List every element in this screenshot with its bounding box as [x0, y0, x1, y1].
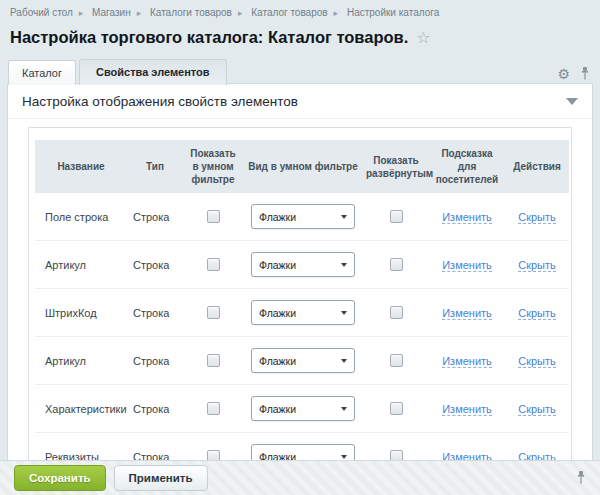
pin-icon[interactable]	[580, 67, 590, 81]
filter-view-select[interactable]: Флажки	[251, 396, 355, 421]
column-header: Вид в умном фильтре	[243, 140, 363, 193]
edit-hint-link[interactable]: Изменить	[442, 211, 492, 224]
show-expanded-checkbox[interactable]	[390, 258, 403, 271]
edit-hint-link[interactable]: Изменить	[442, 307, 492, 320]
filter-view-select[interactable]: Флажки	[251, 204, 355, 229]
property-name: Артикул	[45, 259, 86, 271]
select-arrow-icon	[341, 407, 347, 411]
smart-filter-checkbox[interactable]	[207, 354, 220, 367]
filter-view-value: Флажки	[259, 211, 296, 223]
property-type: Строка	[133, 211, 169, 223]
breadcrumb: Рабочий стол▸ Магазин▸ Каталоги товаров▸…	[0, 0, 600, 18]
show-expanded-checkbox[interactable]	[390, 402, 403, 415]
collapse-arrow-icon[interactable]	[566, 98, 578, 105]
column-header: Название	[35, 140, 127, 193]
property-type: Строка	[133, 259, 169, 271]
smart-filter-checkbox[interactable]	[207, 402, 220, 415]
hide-link[interactable]: Скрыть	[518, 355, 556, 368]
edit-hint-link[interactable]: Изменить	[442, 355, 492, 368]
select-arrow-icon	[341, 455, 347, 459]
show-expanded-checkbox[interactable]	[390, 354, 403, 367]
hide-link[interactable]: Скрыть	[518, 307, 556, 320]
select-arrow-icon	[341, 311, 347, 315]
filter-view-value: Флажки	[259, 307, 296, 319]
column-header: Показать развёрнутым	[363, 140, 429, 193]
select-arrow-icon	[341, 215, 347, 219]
select-arrow-icon	[341, 359, 347, 363]
filter-view-value: Флажки	[259, 259, 296, 271]
breadcrumb-separator-icon: ▸	[79, 8, 84, 18]
breadcrumb-separator-icon: ▸	[238, 8, 243, 18]
table-body: Поле строка Строка Флажки Изменить Скрыт…	[35, 193, 569, 495]
edit-hint-link[interactable]: Изменить	[442, 259, 492, 272]
section-header: Настройка отображения свойств элементов	[8, 84, 592, 119]
smart-filter-checkbox[interactable]	[207, 306, 220, 319]
show-expanded-checkbox[interactable]	[390, 210, 403, 223]
table-header-row: НазваниеТипПоказать в умном фильтреВид в…	[35, 140, 569, 193]
edit-hint-link[interactable]: Изменить	[442, 403, 492, 416]
tab-element-properties[interactable]: Свойства элементов	[79, 59, 227, 85]
favorite-star-icon[interactable]: ☆	[416, 28, 430, 47]
property-type: Строка	[133, 403, 169, 415]
show-expanded-checkbox[interactable]	[390, 306, 403, 319]
tab-catalog[interactable]: Каталог	[8, 60, 76, 85]
properties-table-container: НазваниеТипПоказать в умном фильтреВид в…	[28, 127, 572, 495]
column-header: Показать в умном фильтре	[183, 140, 243, 193]
table-row: Артикул Строка Флажки Изменить Скрыть	[35, 241, 569, 289]
breadcrumb-link[interactable]: Каталоги товаров	[150, 7, 232, 18]
column-header: Действия	[505, 140, 569, 193]
page-title: Настройка торгового каталога: Каталог то…	[10, 28, 408, 47]
smart-filter-checkbox[interactable]	[207, 210, 220, 223]
table-row: Поле строка Строка Флажки Изменить Скрыт…	[35, 193, 569, 241]
property-type: Строка	[133, 355, 169, 367]
property-name: Артикул	[45, 355, 86, 367]
filter-view-select[interactable]: Флажки	[251, 300, 355, 325]
table-row: Артикул Строка Флажки Изменить Скрыть	[35, 337, 569, 385]
column-header: Подсказка для посетителей	[429, 140, 505, 193]
properties-table: НазваниеТипПоказать в умном фильтреВид в…	[35, 140, 569, 495]
action-bar: Сохранить Применить	[0, 460, 600, 495]
table-row: Характеристики Строка Флажки Изменить Ск…	[35, 385, 569, 433]
column-header: Тип	[127, 140, 183, 193]
property-name: Поле строка	[45, 211, 108, 223]
breadcrumb-link[interactable]: Магазин	[92, 7, 131, 18]
filter-view-select[interactable]: Флажки	[251, 252, 355, 277]
save-button[interactable]: Сохранить	[14, 465, 106, 491]
breadcrumb-link[interactable]: Рабочий стол	[10, 7, 73, 18]
hide-link[interactable]: Скрыть	[518, 211, 556, 224]
filter-view-select[interactable]: Флажки	[251, 348, 355, 373]
footer-pin-icon[interactable]	[576, 471, 586, 485]
smart-filter-checkbox[interactable]	[207, 258, 220, 271]
select-arrow-icon	[341, 263, 347, 267]
breadcrumb-separator-icon: ▸	[137, 8, 142, 18]
hide-link[interactable]: Скрыть	[518, 259, 556, 272]
breadcrumb-link[interactable]: Настройки каталога	[347, 7, 439, 18]
apply-button[interactable]: Применить	[114, 465, 208, 491]
settings-panel: Настройка отображения свойств элементов …	[7, 83, 593, 495]
section-title: Настройка отображения свойств элементов	[22, 94, 298, 109]
tab-bar: КаталогСвойства элементов ⚙	[0, 60, 600, 85]
breadcrumb-link[interactable]: Каталог товаров	[251, 7, 327, 18]
gear-icon[interactable]: ⚙	[557, 67, 570, 81]
hide-link[interactable]: Скрыть	[518, 403, 556, 416]
filter-view-value: Флажки	[259, 403, 296, 415]
property-name: ШтрихКод	[45, 307, 97, 319]
filter-view-value: Флажки	[259, 355, 296, 367]
property-name: Характеристики	[45, 403, 127, 415]
table-row: ШтрихКод Строка Флажки Изменить Скрыть	[35, 289, 569, 337]
breadcrumb-separator-icon: ▸	[334, 8, 339, 18]
property-type: Строка	[133, 307, 169, 319]
